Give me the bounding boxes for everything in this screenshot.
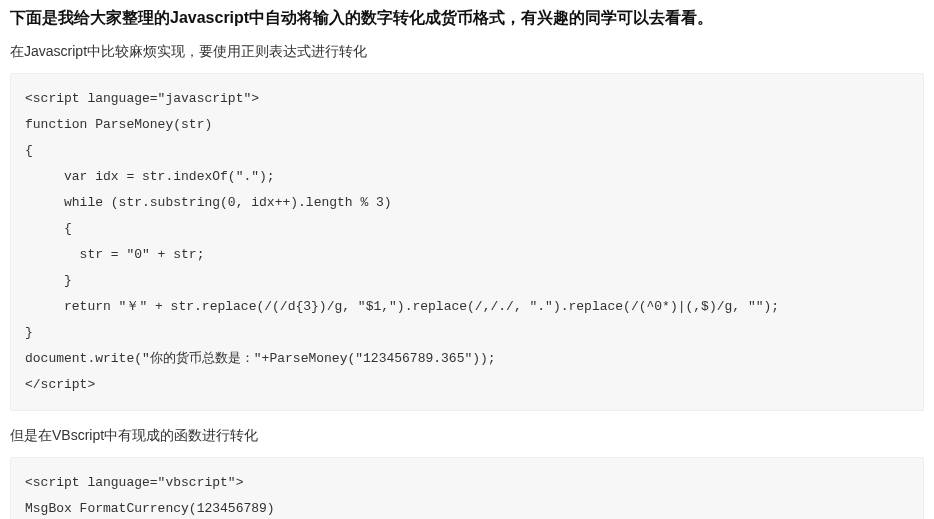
intro-paragraph: 在Javascript中比较麻烦实现，要使用正则表达式进行转化	[10, 43, 924, 61]
mid-paragraph: 但是在VBscript中有现成的函数进行转化	[10, 427, 924, 445]
code-block-js: <script language="javascript"> function …	[10, 73, 924, 411]
page-title: 下面是我给大家整理的Javascript中自动将输入的数字转化成货币格式，有兴趣…	[10, 8, 924, 29]
code-block-vb: <script language="vbscript"> MsgBox Form…	[10, 457, 924, 519]
